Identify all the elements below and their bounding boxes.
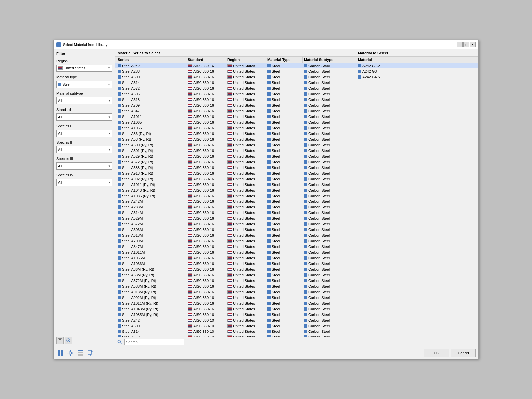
table-row[interactable]: Steel A618 AISC 360-16 United States Ste… — [115, 97, 355, 102]
table-row[interactable]: Steel A36M (Ry, Rt) AISC 360-16 United S… — [115, 266, 355, 272]
table-row[interactable]: Steel A1085 (Ry, Rt) AISC 360-16 United … — [115, 193, 355, 199]
species2-select[interactable]: All — [56, 146, 112, 153]
table-row[interactable]: Steel A1066M AISC 360-16 United States S… — [115, 261, 355, 266]
type-cell: Steel — [266, 187, 303, 193]
table-row[interactable]: Steel A1043M (Ry, Rt) AISC 360-16 United… — [115, 306, 355, 312]
minimize-button[interactable]: ─ — [457, 42, 463, 47]
table-row[interactable]: Steel A913 (Ry, Rt) AISC 360-16 United S… — [115, 170, 355, 176]
export-icon-button[interactable] — [86, 349, 95, 357]
table-row[interactable]: Steel A529 (Ry, Rt) AISC 360-16 United S… — [115, 153, 355, 159]
table-row[interactable]: Steel A529M AISC 360-16 United States St… — [115, 215, 355, 221]
region-flag-icon — [227, 200, 232, 203]
table-row[interactable]: Steel A1011M (Ry, Rt) AISC 360-16 United… — [115, 300, 355, 306]
grid-icon-button[interactable] — [56, 349, 65, 357]
table-row[interactable]: Steel A588 (Ry, Rt) AISC 360-16 United S… — [115, 165, 355, 170]
table-row[interactable]: Steel A618M AISC 360-16 United States St… — [115, 232, 355, 238]
ok-button[interactable]: OK — [424, 349, 449, 357]
table-row[interactable]: Steel A572M (Ry, Rt) AISC 360-16 United … — [115, 278, 355, 283]
filter-clear-button[interactable] — [56, 337, 64, 344]
table-row[interactable]: Steel A1065M AISC 360-16 United States S… — [115, 255, 355, 261]
material-series-body[interactable]: Steel A242 AISC 360-16 United States Ste… — [115, 63, 355, 337]
series-color-icon — [118, 296, 121, 299]
settings-icon-button[interactable] — [66, 349, 75, 357]
right-table-body[interactable]: A242 G1.2 A242 G3 A242 G4.5 — [355, 63, 478, 347]
material-row[interactable]: A242 G4.5 — [355, 74, 478, 80]
material-row[interactable]: A242 G3 — [355, 68, 478, 74]
series-color-icon — [118, 143, 121, 147]
standard-select[interactable]: All — [56, 113, 112, 121]
table-row[interactable]: Steel A992M (Ry, Rt) AISC 360-16 United … — [115, 295, 355, 300]
subtype-cell: Carbon Steel — [303, 199, 342, 204]
subtype-color-icon — [304, 64, 307, 67]
table-row[interactable]: Steel A501 (Ry, Rt) AISC 360-16 United S… — [115, 148, 355, 153]
table-row[interactable]: Steel A572 AISC 360-10 United States Ste… — [115, 334, 355, 337]
material-type-select[interactable]: Steel ▼ — [56, 81, 112, 88]
region-select[interactable]: United States ▼ — [56, 65, 112, 72]
table-row[interactable]: Steel A500 AISC 360-16 United States Ste… — [115, 74, 355, 80]
table-row[interactable]: Steel A847 AISC 360-16 United States Ste… — [115, 108, 355, 114]
table-row[interactable]: Steel A1011 (Ry, Rt) AISC 360-16 United … — [115, 182, 355, 187]
table-row[interactable]: Steel A1085M (Ry, Rt) AISC 360-16 United… — [115, 312, 355, 317]
close-button[interactable]: ✕ — [470, 42, 476, 47]
table-row[interactable]: Steel A1066 AISC 360-16 United States St… — [115, 125, 355, 131]
filter-icon-button[interactable] — [65, 337, 72, 344]
species4-select[interactable]: All — [56, 179, 112, 186]
species3-select[interactable]: All — [56, 162, 112, 170]
table-row[interactable]: Steel A242 AISC 360-10 United States Ste… — [115, 317, 355, 323]
table-row[interactable]: Steel A514 AISC 360-10 United States Ste… — [115, 329, 355, 334]
table-row[interactable]: Steel A283 AISC 360-16 United States Ste… — [115, 68, 355, 74]
table-row[interactable]: Steel A242M AISC 360-16 United States St… — [115, 199, 355, 204]
table-row[interactable]: Steel A514 AISC 360-16 United States Ste… — [115, 80, 355, 85]
type-color-icon — [267, 87, 271, 90]
standard-cell: AISC 360-16 — [186, 114, 226, 119]
series-cell: Steel A1085 (Ry, Rt) — [116, 193, 186, 199]
table-row[interactable]: Steel A992 (Ry, Rt) AISC 360-16 United S… — [115, 176, 355, 182]
table-row[interactable]: Steel A572M AISC 360-16 United States St… — [115, 221, 355, 227]
subtype-color-icon — [304, 189, 307, 192]
table-row[interactable]: Steel A1011M AISC 360-16 United States S… — [115, 249, 355, 255]
table-row[interactable]: Steel A53 (Ry, Rt) AISC 360-16 United St… — [115, 136, 355, 142]
table-row[interactable]: Steel A242 AISC 360-16 United States Ste… — [115, 63, 355, 68]
table-row[interactable]: Steel A283M AISC 360-16 United States St… — [115, 204, 355, 210]
table-row[interactable]: Steel A500 (Ry, Rt) AISC 360-16 United S… — [115, 142, 355, 148]
table-row[interactable]: Steel A847M AISC 360-16 United States St… — [115, 244, 355, 249]
subtype-cell: Carbon Steel — [303, 108, 342, 114]
table-row[interactable]: Steel A500 AISC 360-10 United States Ste… — [115, 323, 355, 329]
table-row[interactable]: Steel A572 (Ry, Rt) AISC 360-16 United S… — [115, 159, 355, 165]
table-row[interactable]: Steel A36 (Ry, Rt) AISC 360-16 United St… — [115, 131, 355, 136]
table-row[interactable]: Steel A1065 AISC 360-16 United States St… — [115, 119, 355, 125]
series-cell: Steel A242M — [116, 199, 186, 204]
table-row[interactable]: Steel A53M (Ry, Rt) AISC 360-16 United S… — [115, 272, 355, 278]
region-value: United States — [64, 66, 108, 70]
species1-select[interactable]: All — [56, 130, 112, 137]
table-row[interactable]: Steel A572 AISC 360-16 United States Ste… — [115, 85, 355, 91]
series-color-icon — [118, 205, 121, 209]
series-cell: Steel A529 (Ry, Rt) — [116, 153, 186, 159]
subtype-color-icon — [304, 313, 307, 316]
table-row[interactable]: Steel A709 AISC 360-16 United States Ste… — [115, 102, 355, 108]
table-icon-button[interactable] — [76, 349, 85, 357]
region-flag-icon — [227, 307, 232, 311]
type-color-icon — [267, 296, 271, 299]
cancel-button[interactable]: Cancel — [451, 349, 476, 357]
series-cell: Steel A913M (Ry, Rt) — [116, 289, 186, 295]
subtype-color-icon — [304, 245, 307, 248]
series-cell: Steel A500 (Ry, Rt) — [116, 142, 186, 148]
maximize-button[interactable]: ◻ — [463, 42, 469, 47]
standard-cell: AISC 360-16 — [186, 278, 226, 283]
standard-flag-icon — [188, 239, 192, 243]
table-row[interactable]: Steel A1043 (Ry, Rt) AISC 360-16 United … — [115, 187, 355, 193]
type-cell: Steel — [266, 182, 303, 187]
region-flag-icon — [227, 245, 232, 248]
table-row[interactable]: Steel A588M (Ry, Rt) AISC 360-16 United … — [115, 283, 355, 289]
table-row[interactable]: Steel A913M (Ry, Rt) AISC 360-16 United … — [115, 289, 355, 295]
table-row[interactable]: Steel A606 AISC 360-16 United States Ste… — [115, 91, 355, 97]
table-row[interactable]: Steel A514M AISC 360-16 United States St… — [115, 210, 355, 215]
table-row[interactable]: Steel A606M AISC 360-16 United States St… — [115, 227, 355, 232]
table-row[interactable]: Steel A709M AISC 360-16 United States St… — [115, 238, 355, 244]
search-input[interactable] — [124, 339, 184, 345]
table-row[interactable]: Steel A1011 AISC 360-16 United States St… — [115, 114, 355, 119]
material-subtype-select[interactable]: All — [56, 97, 112, 104]
material-row[interactable]: A242 G1.2 — [355, 63, 478, 68]
standard-flag-icon — [188, 211, 192, 214]
